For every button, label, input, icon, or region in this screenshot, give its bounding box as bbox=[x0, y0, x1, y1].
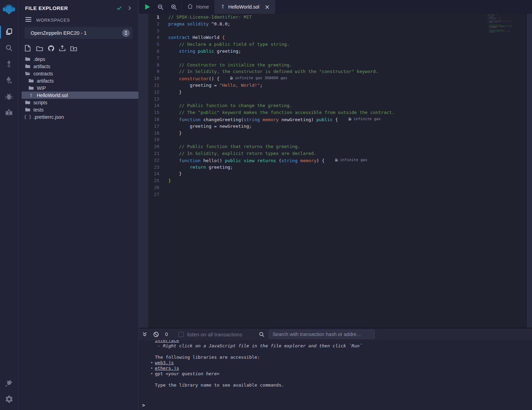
activity-bar bbox=[0, 0, 18, 410]
terminal-link[interactable]: interface bbox=[155, 340, 179, 343]
line-number: 27 bbox=[148, 192, 168, 199]
panel-title: FILE EXPLORER bbox=[25, 5, 111, 11]
line-number-gutter: 1234567891011121314151617181920212223242… bbox=[148, 14, 168, 328]
workspace-check-icon[interactable] bbox=[116, 5, 122, 11]
listen-transactions-toggle[interactable]: listen on all transactions bbox=[179, 332, 242, 337]
bullet-icon: • bbox=[150, 360, 153, 366]
sidebar-item-plugin-manager[interactable] bbox=[0, 376, 18, 392]
tree-item-artifacts[interactable]: artifacts bbox=[22, 77, 138, 84]
terminal-link[interactable]: web3.js bbox=[155, 360, 174, 365]
code-line: // Constructor to initialize the greetin… bbox=[168, 62, 528, 69]
folder-icon bbox=[29, 78, 34, 83]
zoom-out-icon[interactable] bbox=[157, 4, 164, 10]
code-editor[interactable]: 1234567891011121314151617181920212223242… bbox=[139, 14, 532, 328]
code-line: } bbox=[168, 171, 528, 178]
sidebar-item-debugger[interactable] bbox=[0, 89, 18, 105]
panel-collapse-chevron-icon[interactable] bbox=[127, 6, 132, 11]
terminal-output[interactable]: interface - Right click on a JavaScript … bbox=[139, 340, 532, 410]
sidebar-item-search[interactable] bbox=[0, 40, 18, 56]
code-line bbox=[487, 35, 522, 35]
line-number: 4 bbox=[148, 35, 168, 42]
tree-item-label: tests bbox=[33, 107, 44, 113]
code-line: contract HelloWorld { bbox=[168, 35, 528, 42]
upload-file-icon[interactable] bbox=[59, 45, 68, 52]
terminal-line: •ethers.js bbox=[155, 366, 532, 371]
gas-estimate-badge: infinite gas bbox=[348, 117, 381, 121]
terminal-line: interface bbox=[155, 340, 532, 343]
terminal-line: •gpt <your question here> bbox=[155, 371, 532, 377]
tree-item-helloworld-sol[interactable]: HelloWorld.sol bbox=[22, 92, 138, 99]
close-tab-icon[interactable] bbox=[265, 5, 269, 9]
sidebar-item-settings[interactable] bbox=[0, 392, 18, 408]
clear-terminal-icon[interactable] bbox=[153, 332, 159, 337]
zoom-in-icon[interactable] bbox=[171, 4, 177, 10]
code-line bbox=[168, 96, 528, 103]
line-number: 3 bbox=[148, 28, 168, 35]
terminal-search-input[interactable] bbox=[269, 330, 375, 339]
new-folder-icon[interactable] bbox=[36, 45, 45, 52]
terminal-prompt[interactable]: > bbox=[142, 402, 145, 408]
tree-item--deps[interactable]: .deps bbox=[22, 55, 138, 63]
code-line: pragma solidity ^0.8.0; bbox=[168, 21, 528, 28]
open-book-icon bbox=[5, 108, 13, 118]
new-file-icon[interactable] bbox=[25, 45, 34, 52]
code-line: } bbox=[168, 90, 528, 96]
folder-icon bbox=[29, 86, 34, 90]
workspace-name: OpenZeppelin ERC20 - 1 bbox=[31, 30, 122, 36]
tree-item-label: artifacts bbox=[33, 64, 50, 69]
tree-item-scripts[interactable]: scripts bbox=[22, 99, 138, 106]
line-number: 9 bbox=[148, 69, 168, 76]
code-line bbox=[168, 192, 528, 199]
workspaces-menu-icon[interactable] bbox=[25, 17, 32, 23]
tree-item-label: artifacts bbox=[37, 78, 54, 84]
tree-item-wip[interactable]: WIP bbox=[22, 84, 138, 92]
tree-item--prettierrc-json[interactable]: { }.prettierrc.json bbox=[22, 113, 138, 120]
code-line: greeting = newGreeting; bbox=[168, 124, 528, 130]
line-number: 1 bbox=[148, 14, 168, 21]
tree-item-label: HelloWorld.sol bbox=[37, 93, 68, 98]
tab-home[interactable]: Home bbox=[181, 0, 215, 14]
tree-item-contracts[interactable]: contracts bbox=[22, 70, 138, 77]
line-number: 7 bbox=[148, 55, 168, 62]
folder-icon bbox=[25, 100, 30, 105]
tree-item-tests[interactable]: tests bbox=[22, 106, 138, 113]
sidebar-item-learneth[interactable] bbox=[0, 105, 18, 121]
tree-item-label: WIP bbox=[37, 85, 46, 91]
code-line: // The "public" keyword makes the functi… bbox=[168, 110, 528, 117]
tree-item-artifacts[interactable]: artifacts bbox=[22, 63, 138, 70]
remix-logo-icon[interactable] bbox=[2, 3, 16, 19]
line-number: 11 bbox=[148, 83, 168, 90]
tab-label: Home bbox=[196, 4, 209, 10]
gas-estimate-badge: infinite gas bbox=[335, 158, 367, 162]
terminal-collapse-icon[interactable] bbox=[142, 332, 147, 337]
folder-icon bbox=[25, 57, 30, 61]
folder-icon bbox=[25, 64, 30, 69]
tab-bar: Home HelloWorld.sol bbox=[139, 0, 532, 14]
github-clone-icon[interactable] bbox=[47, 45, 56, 52]
search-icon bbox=[5, 44, 13, 53]
terminal-link[interactable]: ethers.js bbox=[155, 366, 179, 371]
listen-checkbox[interactable] bbox=[179, 332, 184, 337]
sidebar-item-deploy-run[interactable] bbox=[0, 73, 18, 89]
code-line: // SPDX-License-Identifier: MIT bbox=[168, 14, 528, 21]
workspaces-label: WORKSPACES bbox=[36, 18, 70, 23]
code-line: // In Solidity, explicit return types ar… bbox=[168, 151, 528, 158]
line-number: 20 bbox=[148, 144, 168, 151]
run-script-button[interactable] bbox=[145, 4, 150, 10]
code-line bbox=[168, 185, 528, 192]
line-number: 16 bbox=[148, 117, 168, 124]
sidebar-item-solidity-compiler[interactable] bbox=[0, 56, 18, 73]
transaction-count-badge: 0 bbox=[165, 332, 168, 337]
upload-folder-icon[interactable] bbox=[70, 45, 79, 52]
minimap[interactable]: // SPDX-License-Identifier: MITpragma so… bbox=[487, 14, 522, 42]
tab-helloworld-sol[interactable]: HelloWorld.sol bbox=[215, 0, 275, 14]
terminal-line: - Right click on a JavaScript file in th… bbox=[155, 343, 532, 349]
workspace-select[interactable]: OpenZeppelin ERC20 - 1 bbox=[24, 27, 132, 39]
terminal-line bbox=[155, 349, 532, 354]
plug-icon bbox=[4, 379, 13, 389]
line-number: 14 bbox=[148, 103, 168, 110]
line-number: 13 bbox=[148, 96, 168, 103]
code-content[interactable]: // SPDX-License-Identifier: MITpragma so… bbox=[168, 14, 528, 328]
sidebar-item-file-explorer[interactable] bbox=[0, 24, 18, 40]
code-line: // Public function to change the greetin… bbox=[168, 103, 528, 110]
